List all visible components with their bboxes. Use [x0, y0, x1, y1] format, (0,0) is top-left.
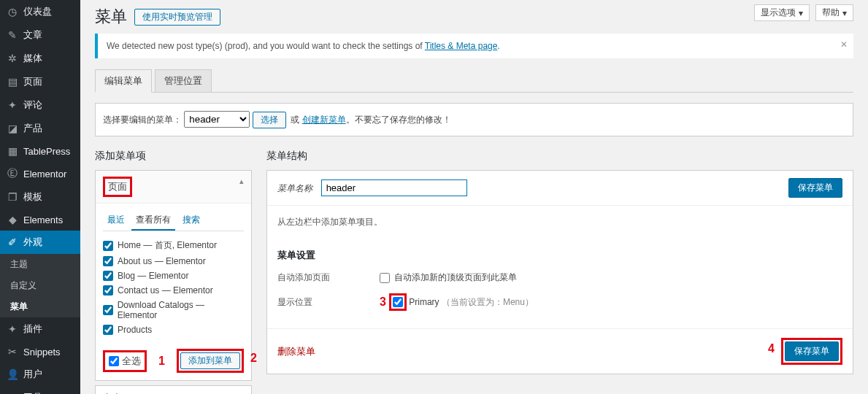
sidebar-label: 模板 [23, 190, 42, 204]
sidebar-item-elementor[interactable]: ⒺElementor [0, 162, 80, 185]
comment-icon: ✦ [6, 99, 19, 111]
diamond-icon: ◆ [6, 214, 19, 225]
selector-label: 选择要编辑的菜单： [103, 115, 182, 125]
notice-link[interactable]: Titles & Meta page [425, 41, 498, 51]
auto-add-option[interactable]: 自动添加新的顶级页面到此菜单 [380, 269, 517, 286]
help-button[interactable]: 帮助 ▾ [815, 4, 853, 21]
callout-1: 1 [158, 355, 165, 368]
sidebar-item-plugins[interactable]: ✦插件 [0, 317, 80, 341]
page-item-label: Products [118, 325, 152, 335]
tab-manage-locations[interactable]: 管理位置 [155, 69, 212, 92]
menu-name-input[interactable] [321, 179, 467, 196]
page-checkbox[interactable] [103, 325, 113, 335]
save-menu-button-top[interactable]: 保存菜单 [788, 178, 842, 198]
live-preview-button[interactable]: 使用实时预览管理 [134, 9, 220, 26]
table-icon: ▦ [6, 145, 19, 157]
sidebar-item-products[interactable]: ◪产品 [0, 117, 80, 140]
structure-heading: 菜单结构 [266, 150, 853, 163]
sidebar-sub-themes[interactable]: 主题 [0, 254, 80, 275]
user-icon: 👤 [6, 368, 19, 380]
sidebar-item-tools[interactable]: ✔工具 [0, 386, 80, 394]
callout-3: 3 [380, 296, 386, 309]
sidebar-label: 工具 [23, 391, 42, 394]
sidebar-label: TablePress [23, 146, 70, 157]
display-location-label: 显示位置 [277, 296, 380, 309]
pages-tab-search[interactable]: 搜索 [178, 211, 204, 229]
page-item[interactable]: About us — Elementor [103, 254, 244, 269]
sidebar-item-media[interactable]: ✲媒体 [0, 47, 80, 70]
primary-label: Primary [409, 297, 439, 307]
sidebar-label: Elements [23, 215, 63, 225]
notice-dismiss-icon[interactable]: ✕ [840, 39, 848, 50]
chevron-down-icon: ▾ [842, 8, 847, 18]
page-item-label: About us — Elementor [118, 256, 206, 266]
page-checkbox[interactable] [103, 285, 113, 296]
select-button[interactable]: 选择 [253, 112, 286, 128]
sidebar-item-elements[interactable]: ◆Elements [0, 209, 80, 231]
pages-tab-recent[interactable]: 最近 [103, 211, 129, 229]
cart-icon: ◪ [6, 123, 19, 134]
notice-text: We detected new post type(s) (prod), and… [107, 41, 425, 51]
page-item[interactable]: Download Catalogs — Elementor [103, 298, 244, 322]
add-to-menu-button[interactable]: 添加到菜单 [180, 352, 240, 369]
notice-box: We detected new post type(s) (prod), and… [95, 34, 853, 58]
sidebar-item-tablepress[interactable]: ▦TablePress [0, 140, 80, 162]
sidebar-item-posts[interactable]: ✎文章 [0, 23, 80, 47]
auto-add-label: 自动添加页面 [277, 271, 380, 284]
sidebar-label: 外观 [23, 236, 42, 249]
callout-4: 4 [768, 342, 775, 355]
sidebar-item-dashboard[interactable]: ◷仪表盘 [0, 0, 80, 23]
pages-tab-all[interactable]: 查看所有 [131, 211, 175, 231]
menu-select[interactable]: header [184, 111, 250, 128]
page-item[interactable]: Blog — Elementor [103, 269, 244, 283]
page-item[interactable]: Products [103, 322, 244, 337]
sidebar-item-users[interactable]: 👤用户 [0, 363, 80, 386]
brush-icon: ✐ [6, 236, 19, 248]
help-label: 帮助 [822, 7, 840, 19]
page-checkbox[interactable] [103, 271, 113, 281]
elementor-icon: Ⓔ [6, 167, 19, 180]
auto-add-checkbox[interactable] [380, 273, 390, 283]
tab-edit-menus[interactable]: 编辑菜单 [95, 69, 152, 93]
page-item[interactable]: Home — 首页, Elementor [103, 237, 244, 254]
auto-add-check-label: 自动添加新的顶级页面到此菜单 [394, 271, 517, 284]
page-checkbox[interactable] [103, 241, 113, 251]
sidebar-item-comments[interactable]: ✦评论 [0, 93, 80, 117]
screen-options-label: 显示选项 [761, 7, 796, 19]
pages-icon: ▤ [6, 76, 19, 88]
sidebar-label: Snippets [23, 347, 61, 358]
notice-suffix: . [497, 41, 499, 51]
save-menu-button-bottom[interactable]: 保存菜单 [785, 341, 839, 361]
accordion-posts-head[interactable]: 文章 [96, 386, 251, 394]
sidebar-label: 用户 [23, 368, 42, 381]
accordion-pages-head[interactable]: 页面 [96, 171, 251, 204]
sidebar-item-templates[interactable]: ❐模板 [0, 185, 80, 209]
delete-menu-link[interactable]: 删除菜单 [277, 345, 315, 358]
main-content: 显示选项 ▾ 帮助 ▾ 菜单 使用实时预览管理 We detected new … [80, 0, 868, 394]
menu-selector-bar: 选择要编辑的菜单： header 选择 或 创建新菜单。不要忘了保存您的修改！ [95, 103, 853, 136]
nav-tabs: 编辑菜单 管理位置 [95, 69, 853, 93]
screen-options-button[interactable]: 显示选项 ▾ [754, 4, 810, 21]
primary-location-checkbox[interactable] [393, 297, 403, 307]
scissors-icon: ✂ [6, 346, 19, 358]
page-checkbox[interactable] [103, 256, 113, 266]
sidebar-item-appearance[interactable]: ✐外观 [0, 231, 80, 254]
sidebar-item-pages[interactable]: ▤页面 [0, 70, 80, 93]
page-item[interactable]: Contact us — Elementor [103, 283, 244, 298]
sidebar-item-snippets[interactable]: ✂Snippets [0, 341, 80, 363]
sidebar-label: 插件 [23, 322, 42, 336]
template-icon: ❐ [6, 191, 19, 203]
gauge-icon: ◷ [6, 6, 19, 18]
sidebar-label: 页面 [23, 75, 42, 88]
select-all-checkbox[interactable] [109, 356, 119, 366]
media-icon: ✲ [6, 53, 19, 64]
page-item-label: Download Catalogs — Elementor [118, 300, 244, 320]
sidebar-label: Elementor [23, 169, 66, 179]
pin-icon: ✎ [6, 29, 19, 41]
sidebar-sub-customize[interactable]: 自定义 [0, 275, 80, 296]
page-checkbox[interactable] [103, 305, 113, 315]
create-menu-link[interactable]: 创建新菜单 [302, 115, 346, 125]
page-title: 菜单 [95, 6, 127, 28]
sidebar-sub-menus[interactable]: 菜单 [0, 296, 80, 317]
primary-hint: （当前设置为：Menu） [442, 296, 534, 309]
